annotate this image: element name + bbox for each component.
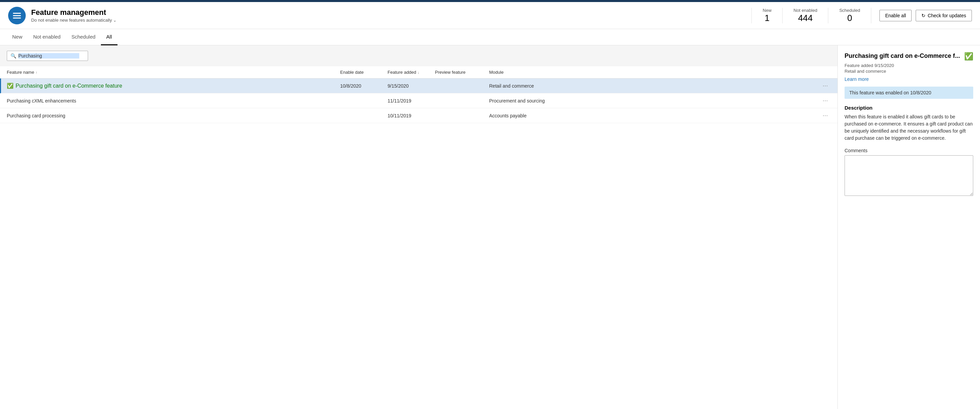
header-stats: New 1 Not enabled 444 Scheduled 0 bbox=[751, 8, 871, 23]
menu-icon bbox=[12, 11, 22, 20]
enabled-check-icon: ✅ bbox=[7, 82, 14, 89]
sort-asc-icon: ↑ bbox=[35, 70, 38, 75]
stat-not-enabled[interactable]: Not enabled 444 bbox=[783, 8, 828, 23]
comments-label: Comments bbox=[845, 148, 973, 153]
row-3-module: Accounts payable bbox=[489, 113, 823, 118]
svg-rect-0 bbox=[13, 13, 21, 14]
stat-not-enabled-label: Not enabled bbox=[794, 8, 817, 13]
left-panel: 🔍 Feature name ↑ Enable date Feature add… bbox=[0, 45, 838, 409]
header-title-block: Feature management Do not enable new fea… bbox=[31, 8, 751, 23]
row-1-module: Retail and commerce bbox=[489, 83, 823, 89]
right-panel: Purchasing gift card on e-Commerce f... … bbox=[838, 45, 980, 409]
check-for-updates-button[interactable]: ↻ Check for updates bbox=[916, 10, 972, 21]
detail-header: Purchasing gift card on e-Commerce f... … bbox=[845, 52, 973, 61]
row-2-menu-icon[interactable]: ⋯ bbox=[822, 97, 830, 104]
detail-feature-added: Feature added 9/15/2020 bbox=[845, 63, 973, 68]
auto-enable-toggle[interactable]: Do not enable new features automatically… bbox=[31, 17, 751, 23]
header: Feature management Do not enable new fea… bbox=[0, 2, 980, 29]
detail-enabled-icon: ✅ bbox=[964, 52, 973, 61]
app-logo bbox=[8, 7, 26, 24]
svg-rect-1 bbox=[13, 15, 21, 16]
feature-table: Feature name ↑ Enable date Feature added… bbox=[0, 66, 837, 409]
row-1-feature-added: 9/15/2020 bbox=[388, 83, 435, 89]
description-section-title: Description bbox=[845, 105, 973, 111]
row-3-feature-added: 10/11/2019 bbox=[388, 113, 435, 118]
stat-not-enabled-value: 444 bbox=[798, 13, 813, 23]
feature-enabled-banner: This feature was enabled on 10/8/2020 bbox=[845, 87, 973, 99]
row-1-enable-date: 10/8/2020 bbox=[340, 83, 388, 89]
detail-description: When this feature is enabled it allows g… bbox=[845, 113, 973, 142]
enable-all-button[interactable]: Enable all bbox=[880, 10, 912, 21]
stat-scheduled[interactable]: Scheduled 0 bbox=[828, 8, 871, 23]
row-2-module: Procurement and sourcing bbox=[489, 98, 823, 103]
header-actions: Enable all ↻ Check for updates bbox=[880, 10, 972, 21]
table-row[interactable]: Purchasing cXML enhancements 11/11/2019 … bbox=[0, 94, 837, 108]
tab-all[interactable]: All bbox=[101, 29, 118, 45]
enable-all-label: Enable all bbox=[885, 13, 906, 18]
check-for-updates-label: Check for updates bbox=[928, 13, 966, 18]
col-module: Module bbox=[489, 70, 823, 75]
tab-not-enabled[interactable]: Not enabled bbox=[28, 29, 66, 45]
nav-tabs: New Not enabled Scheduled All bbox=[0, 29, 980, 45]
tab-scheduled[interactable]: Scheduled bbox=[66, 29, 101, 45]
search-input[interactable] bbox=[18, 53, 79, 59]
learn-more-link[interactable]: Learn more bbox=[845, 76, 973, 82]
subtitle-text: Do not enable new features automatically bbox=[31, 17, 112, 23]
col-feature-name[interactable]: Feature name ↑ bbox=[7, 70, 340, 75]
refresh-icon: ↻ bbox=[921, 13, 926, 18]
table-row[interactable]: Purchasing card processing 10/11/2019 Ac… bbox=[0, 108, 837, 123]
sort-desc-icon: ↓ bbox=[418, 70, 420, 75]
row-3-feature-name: Purchasing card processing bbox=[7, 113, 340, 118]
col-feature-added[interactable]: Feature added ↓ bbox=[388, 70, 435, 75]
detail-title: Purchasing gift card on e-Commerce f... bbox=[845, 52, 961, 60]
chevron-down-icon: ⌄ bbox=[113, 18, 116, 23]
row-1-menu-icon[interactable]: ⋯ bbox=[822, 82, 830, 89]
comments-input[interactable] bbox=[845, 155, 973, 196]
svg-rect-2 bbox=[13, 17, 21, 18]
tab-new[interactable]: New bbox=[7, 29, 28, 45]
stat-new-value: 1 bbox=[765, 13, 769, 23]
search-wrapper: 🔍 bbox=[7, 51, 88, 61]
table-header: Feature name ↑ Enable date Feature added… bbox=[0, 66, 837, 78]
stat-scheduled-value: 0 bbox=[847, 13, 852, 23]
row-2-feature-name: Purchasing cXML enhancements bbox=[7, 98, 340, 103]
col-overflow bbox=[822, 70, 830, 75]
row-2-feature-added: 11/11/2019 bbox=[388, 98, 435, 103]
search-icon: 🔍 bbox=[11, 53, 16, 59]
stat-new[interactable]: New 1 bbox=[751, 8, 783, 23]
stat-scheduled-label: Scheduled bbox=[839, 8, 860, 13]
page-title: Feature management bbox=[31, 8, 751, 17]
row-3-menu-icon[interactable]: ⋯ bbox=[822, 112, 830, 119]
main-container: 🔍 Feature name ↑ Enable date Feature add… bbox=[0, 45, 980, 409]
row-1-feature-name: ✅ Purchasing gift card on e-Commerce fea… bbox=[7, 82, 340, 89]
table-row[interactable]: ✅ Purchasing gift card on e-Commerce fea… bbox=[0, 78, 837, 94]
col-preview-feature: Preview feature bbox=[435, 70, 489, 75]
stat-new-label: New bbox=[763, 8, 772, 13]
col-enable-date[interactable]: Enable date bbox=[340, 70, 388, 75]
search-bar: 🔍 bbox=[0, 45, 837, 66]
detail-module: Retail and commerce bbox=[845, 69, 973, 74]
